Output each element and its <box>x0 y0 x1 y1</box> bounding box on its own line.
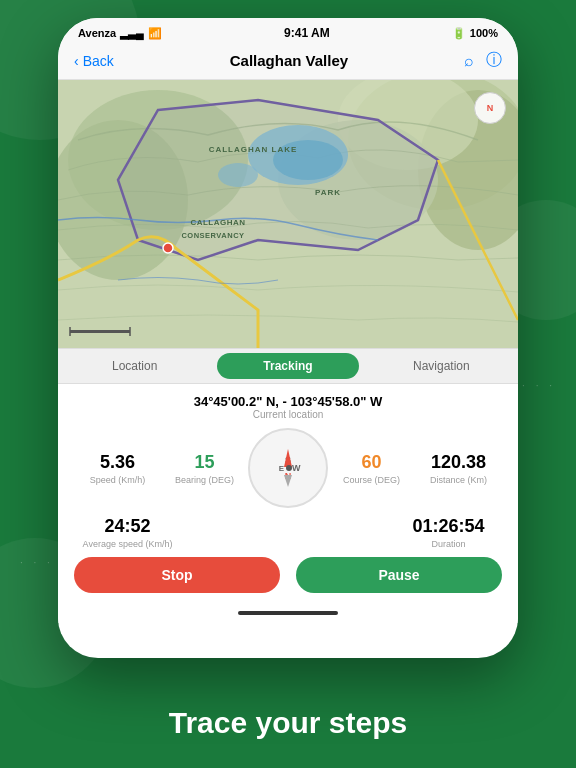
search-icon[interactable]: ⌕ <box>464 52 474 70</box>
svg-text:PARK: PARK <box>315 188 341 197</box>
tab-wrapper-location[interactable]: Location <box>58 349 211 383</box>
chevron-left-icon: ‹ <box>74 53 79 69</box>
tab-wrapper-tracking[interactable]: Tracking <box>211 349 364 383</box>
svg-rect-15 <box>70 330 130 333</box>
coordinates-label: Current location <box>74 409 502 420</box>
page-title: Callaghan Valley <box>230 52 348 69</box>
stats-row-1: 5.36 Speed (Km/h) 15 Bearing (DEG) N S E… <box>74 428 502 508</box>
needle-south <box>284 475 292 487</box>
wifi-icon: 📶 <box>148 27 162 40</box>
tab-location[interactable]: Location <box>58 351 211 381</box>
stop-button[interactable]: Stop <box>74 557 280 593</box>
status-left: Avenza ▂▃▄ 📶 <box>78 27 162 40</box>
home-bar <box>238 611 338 615</box>
clock: 9:41 AM <box>284 26 330 40</box>
coordinates-text: 34°45'00.2" N, - 103°45'58.0" W <box>74 394 502 409</box>
stat-duration: 01:26:54 Duration <box>395 516 502 549</box>
svg-text:CALLAGHAN LAKE: CALLAGHAN LAKE <box>209 145 298 154</box>
duration-value: 01:26:54 <box>395 516 502 537</box>
map-area[interactable]: CALLAGHAN LAKE PARK CALLAGHAN CONSERVANC… <box>58 80 518 348</box>
stats-row-2: 24:52 Average speed (Km/h) 01:26:54 Dura… <box>74 516 502 549</box>
nav-bar: ‹ Back Callaghan Valley ⌕ ⓘ <box>58 44 518 80</box>
stat-distance: 120.38 Distance (Km) <box>415 452 502 485</box>
avg-speed-label: Average speed (Km/h) <box>74 539 181 549</box>
bearing-value: 15 <box>161 452 248 473</box>
battery-icon: 🔋 <box>452 27 466 40</box>
home-indicator <box>58 603 518 623</box>
stat-bearing: 15 Bearing (DEG) <box>161 452 248 485</box>
tab-bar: Location Tracking Navigation <box>58 348 518 384</box>
course-value: 60 <box>328 452 415 473</box>
pause-button[interactable]: Pause <box>296 557 502 593</box>
svg-text:CONSERVANCY: CONSERVANCY <box>181 231 244 240</box>
compass-widget: N S E W <box>248 428 328 508</box>
stat-speed: 5.36 Speed (Km/h) <box>74 452 161 485</box>
compass-center-dot <box>286 465 292 471</box>
action-buttons: Stop Pause <box>74 557 502 593</box>
map-compass: N <box>474 92 506 124</box>
compass-west: W <box>292 463 301 473</box>
status-right: 🔋 100% <box>452 27 498 40</box>
stat-avg-speed: 24:52 Average speed (Km/h) <box>74 516 181 549</box>
carrier-label: Avenza <box>78 27 116 39</box>
distance-value: 120.38 <box>415 452 502 473</box>
speed-value: 5.36 <box>74 452 161 473</box>
bg-dots-right: · · · <box>522 380 556 391</box>
bottom-tagline: Trace your steps <box>0 706 576 740</box>
status-bar: Avenza ▂▃▄ 📶 9:41 AM 🔋 100% <box>58 18 518 44</box>
map-svg: CALLAGHAN LAKE PARK CALLAGHAN CONSERVANC… <box>58 80 518 348</box>
course-label: Course (DEG) <box>328 475 415 485</box>
nav-icons: ⌕ ⓘ <box>464 50 502 71</box>
tab-tracking[interactable]: Tracking <box>217 353 358 379</box>
bg-dots-left: · · · <box>20 557 54 568</box>
svg-point-14 <box>163 243 173 253</box>
tab-wrapper-navigation[interactable]: Navigation <box>365 349 518 383</box>
compass-needle-container <box>284 449 292 487</box>
tracking-panel: 34°45'00.2" N, - 103°45'58.0" W Current … <box>58 384 518 603</box>
info-icon[interactable]: ⓘ <box>486 50 502 71</box>
duration-label: Duration <box>395 539 502 549</box>
battery-label: 100% <box>470 27 498 39</box>
svg-text:CALLAGHAN: CALLAGHAN <box>190 218 245 227</box>
stat-course: 60 Course (DEG) <box>328 452 415 485</box>
distance-label: Distance (Km) <box>415 475 502 485</box>
speed-label: Speed (Km/h) <box>74 475 161 485</box>
tab-navigation[interactable]: Navigation <box>365 351 518 381</box>
device-frame: Avenza ▂▃▄ 📶 9:41 AM 🔋 100% ‹ Back Calla… <box>58 18 518 658</box>
coordinates-section: 34°45'00.2" N, - 103°45'58.0" W Current … <box>74 394 502 420</box>
avg-speed-value: 24:52 <box>74 516 181 537</box>
back-label: Back <box>83 53 114 69</box>
back-button[interactable]: ‹ Back <box>74 53 114 69</box>
signal-icon: ▂▃▄ <box>120 27 144 40</box>
bearing-label: Bearing (DEG) <box>161 475 248 485</box>
